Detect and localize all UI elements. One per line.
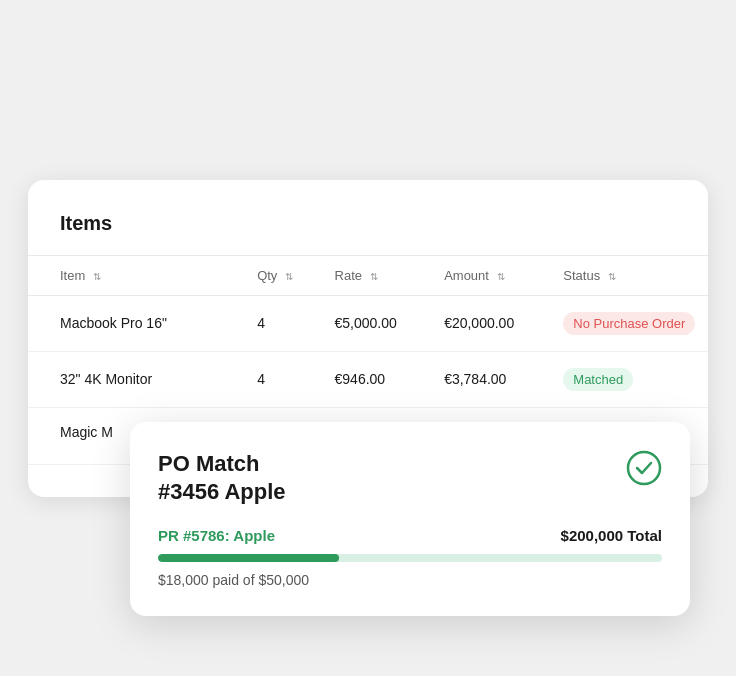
po-pr-label[interactable]: PR #5786: Apple xyxy=(158,527,275,544)
cell-rate: €5,000.00 xyxy=(335,295,445,351)
sort-icon-rate[interactable]: ⇅ xyxy=(370,271,378,282)
cell-qty: 4 xyxy=(257,351,334,407)
cell-status: Matched xyxy=(563,351,708,407)
check-icon xyxy=(626,450,662,486)
sort-icon-amount[interactable]: ⇅ xyxy=(497,271,505,282)
cell-status: No Purchase Order xyxy=(563,295,708,351)
po-title-line2: #3456 Apple xyxy=(158,479,286,504)
cell-qty: 4 xyxy=(257,295,334,351)
po-match-card: PO Match #3456 Apple PR #5786: Apple $20… xyxy=(130,422,690,616)
col-rate-label: Rate xyxy=(335,268,362,283)
table-row: 32" 4K Monitor4€946.00€3,784.00Matched xyxy=(28,351,708,407)
cell-rate: €946.00 xyxy=(335,351,445,407)
po-title-line1: PO Match xyxy=(158,451,259,476)
col-amount-label: Amount xyxy=(444,268,489,283)
status-badge: Matched xyxy=(563,368,633,391)
col-status-label: Status xyxy=(563,268,600,283)
col-qty-label: Qty xyxy=(257,268,277,283)
po-pr-row: PR #5786: Apple $200,000 Total xyxy=(158,527,662,544)
po-card-header: PO Match #3456 Apple xyxy=(158,450,662,507)
progress-bar-track xyxy=(158,554,662,562)
table-row: Macbook Pro 16"4€5,000.00€20,000.00No Pu… xyxy=(28,295,708,351)
sort-icon-status[interactable]: ⇅ xyxy=(608,271,616,282)
cell-item: Macbook Pro 16" xyxy=(28,295,257,351)
po-total: $200,000 Total xyxy=(561,527,662,544)
po-paid-text: $18,000 paid of $50,000 xyxy=(158,572,662,588)
col-header-item: Item ⇅ xyxy=(28,255,257,295)
col-header-amount: Amount ⇅ xyxy=(444,255,563,295)
cell-item: 32" 4K Monitor xyxy=(28,351,257,407)
col-item-label: Item xyxy=(60,268,85,283)
cell-amount: €20,000.00 xyxy=(444,295,563,351)
col-header-rate: Rate ⇅ xyxy=(335,255,445,295)
sort-icon-item[interactable]: ⇅ xyxy=(93,271,101,282)
svg-point-0 xyxy=(628,452,660,484)
sort-icon-qty[interactable]: ⇅ xyxy=(285,271,293,282)
po-title: PO Match #3456 Apple xyxy=(158,450,286,507)
progress-bar-fill xyxy=(158,554,339,562)
cell-amount: €3,784.00 xyxy=(444,351,563,407)
status-badge: No Purchase Order xyxy=(563,312,695,335)
col-header-status: Status ⇅ xyxy=(563,255,708,295)
card-title: Items xyxy=(28,212,708,255)
col-header-qty: Qty ⇅ xyxy=(257,255,334,295)
